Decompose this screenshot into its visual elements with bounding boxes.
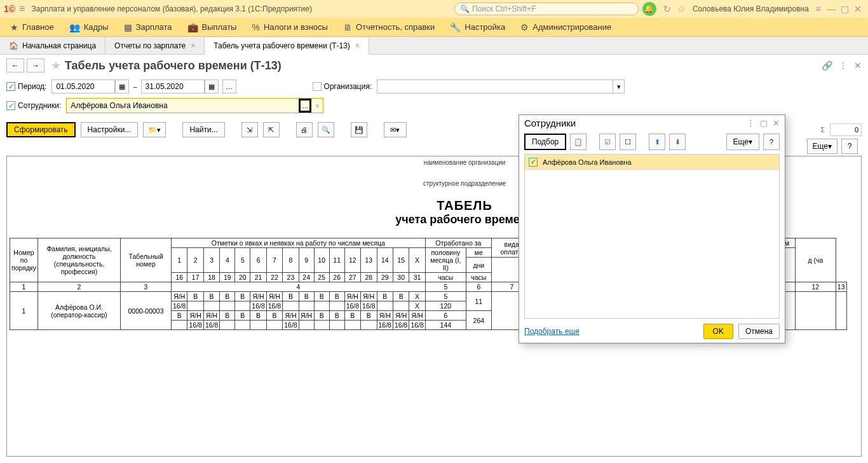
- tab[interactable]: 🏠Начальная страница: [0, 37, 105, 54]
- main-menu-icon[interactable]: ≡: [19, 3, 25, 15]
- app-title: Зарплата и управление персоналом (базова…: [31, 4, 312, 13]
- nav-item[interactable]: ★Главное: [3, 18, 62, 36]
- current-user[interactable]: Соловьева Юлия Владимировна: [693, 4, 809, 13]
- nav-item[interactable]: 👥Кадры: [62, 18, 116, 36]
- notifications-icon[interactable]: 🔔: [642, 2, 656, 16]
- settings-button[interactable]: Настройки...: [81, 122, 139, 137]
- search-icon: 🔍: [460, 4, 470, 13]
- org-select[interactable]: ▾: [377, 79, 625, 93]
- popup-list[interactable]: ✓ Алфёрова Ольга Ивановна: [524, 154, 780, 319]
- expand-groups-icon[interactable]: ⇲: [241, 122, 258, 137]
- calendar-from-icon[interactable]: ▦: [115, 79, 129, 93]
- popup-copy-icon[interactable]: 📋: [570, 134, 587, 150]
- popup-move-up-icon[interactable]: ⬆: [649, 134, 665, 150]
- tab-close-icon[interactable]: ×: [355, 41, 360, 50]
- help-button-outer[interactable]: ?: [841, 139, 858, 154]
- employees-popup: Сотрудники ⋮ ▢ ✕ Подбор 📋 ☑ ☐ ⬆ ⬇ Еще ▾ …: [519, 114, 785, 343]
- more-button-outer[interactable]: Еще ▾: [807, 139, 837, 154]
- find-button[interactable]: Найти...: [182, 122, 224, 137]
- tab[interactable]: Отчеты по зарплате×: [105, 37, 205, 54]
- nav-item[interactable]: ▦Зарплата: [116, 18, 180, 36]
- employees-input[interactable]: Алфёрова Ольга Ивановна … ×: [66, 98, 323, 113]
- popup-move-down-icon[interactable]: ⬇: [669, 134, 686, 150]
- nav-label: Зарплата: [136, 22, 172, 32]
- nav-forward-button[interactable]: →: [27, 59, 44, 73]
- nav-label: Кадры: [84, 22, 109, 32]
- nav-label: Отчетность, справки: [356, 22, 435, 32]
- tab-label: Табель учета рабочего времени (Т-13): [214, 41, 350, 50]
- popup-title: Сотрудники: [524, 118, 742, 128]
- save-variant-button[interactable]: 📁▾: [143, 122, 166, 137]
- employees-label: Сотрудники:: [18, 101, 61, 110]
- tab-label: Начальная страница: [22, 41, 96, 50]
- nav-icon: 👥: [69, 22, 80, 32]
- popup-more-button[interactable]: Еще ▾: [726, 134, 759, 150]
- date-from-input[interactable]: 01.05.2020: [51, 79, 115, 93]
- popup-pick-button[interactable]: Подбор: [524, 134, 566, 150]
- page-title: Табель учета рабочего времени (Т-13): [65, 59, 281, 73]
- nav-item[interactable]: 🗎Отчетность, справки: [336, 18, 442, 36]
- employees-clear-icon[interactable]: ×: [311, 99, 323, 113]
- global-search-input[interactable]: 🔍 Поиск Ctrl+Shift+F: [454, 3, 639, 15]
- employees-checkbox[interactable]: ✓: [6, 101, 15, 110]
- app-logo-icon: 1©: [4, 4, 15, 14]
- nav-icon: ★: [10, 22, 18, 32]
- popup-check-all-icon[interactable]: ☑: [599, 134, 616, 150]
- nav-item[interactable]: 💼Выплаты: [180, 18, 245, 36]
- collapse-groups-icon[interactable]: ⇱: [263, 122, 280, 137]
- calendar-to-icon[interactable]: ▦: [205, 79, 219, 93]
- nav-back-button[interactable]: ←: [6, 59, 24, 73]
- more-vertical-icon[interactable]: ⋮: [839, 60, 848, 71]
- org-checkbox[interactable]: [313, 82, 322, 91]
- date-to-input[interactable]: 31.05.2020: [141, 79, 205, 93]
- tab-label: Отчеты по зарплате: [114, 41, 186, 50]
- tab-close-icon[interactable]: ×: [191, 41, 195, 50]
- popup-more-icon[interactable]: ⋮: [747, 118, 755, 128]
- popup-uncheck-all-icon[interactable]: ☐: [620, 134, 636, 150]
- nav-item[interactable]: ⚙Администрирование: [513, 18, 619, 36]
- maximize-icon[interactable]: ▢: [841, 4, 849, 14]
- close-window-icon[interactable]: ✕: [854, 4, 862, 14]
- popup-help-button[interactable]: ?: [763, 134, 780, 150]
- popup-list-row[interactable]: ✓ Алфёрова Ольга Ивановна: [525, 155, 779, 170]
- nav-label: Администрирование: [532, 22, 611, 32]
- popup-row-label: Алфёрова Ольга Ивановна: [543, 158, 632, 166]
- main-nav: ★Главное👥Кадры▦Зарплата💼Выплаты%Налоги и…: [0, 18, 868, 37]
- preview-icon[interactable]: 🔍: [318, 122, 334, 137]
- tab-bar: 🏠Начальная страницаОтчеты по зарплате×Та…: [0, 37, 868, 55]
- nav-icon: 🗎: [343, 22, 352, 32]
- send-email-icon[interactable]: ✉▾: [384, 122, 407, 137]
- nav-icon: %: [252, 22, 259, 32]
- nav-item[interactable]: %Налоги и взносы: [244, 18, 336, 36]
- favorite-icon[interactable]: ☆: [677, 4, 686, 14]
- popup-row-checkbox[interactable]: ✓: [529, 158, 538, 167]
- minimize-icon[interactable]: —: [827, 4, 836, 14]
- link-icon[interactable]: 🔗: [822, 60, 832, 71]
- nav-icon: 🔧: [450, 22, 461, 32]
- chevron-down-icon[interactable]: ▾: [613, 79, 625, 93]
- employees-value: Алфёрова Ольга Ивановна: [67, 99, 299, 113]
- tab[interactable]: Табель учета рабочего времени (Т-13)×: [205, 38, 369, 55]
- nav-label: Главное: [22, 22, 54, 32]
- date-dash: –: [133, 83, 137, 90]
- generate-button[interactable]: Сформировать: [6, 122, 76, 137]
- sum-display: 0: [830, 123, 862, 136]
- nav-icon: ⚙: [520, 22, 529, 32]
- search-placeholder: Поиск Ctrl+Shift+F: [472, 4, 536, 13]
- print-icon[interactable]: 🖨: [296, 122, 313, 137]
- popup-cancel-button[interactable]: Отмена: [738, 324, 780, 339]
- period-select-button[interactable]: …: [222, 79, 236, 93]
- period-checkbox[interactable]: ✓: [6, 82, 15, 91]
- popup-maximize-icon[interactable]: ▢: [760, 118, 768, 128]
- settings-icon[interactable]: ≡: [816, 4, 821, 14]
- popup-pick-more-link[interactable]: Подобрать еще: [524, 327, 698, 336]
- close-tab-icon[interactable]: ✕: [854, 60, 862, 71]
- save-icon[interactable]: 💾: [351, 122, 367, 137]
- popup-close-icon[interactable]: ✕: [773, 118, 780, 128]
- period-label: Период:: [18, 82, 46, 91]
- favorite-toggle-icon[interactable]: ★: [51, 59, 61, 73]
- employees-pick-button[interactable]: …: [299, 99, 311, 113]
- nav-item[interactable]: 🔧Настройка: [442, 18, 513, 36]
- history-icon[interactable]: ↻: [663, 4, 671, 14]
- popup-ok-button[interactable]: OK: [703, 324, 733, 339]
